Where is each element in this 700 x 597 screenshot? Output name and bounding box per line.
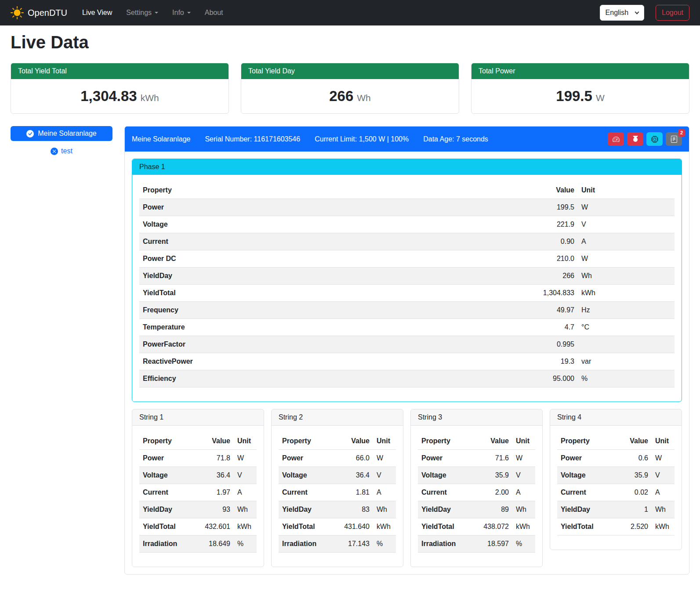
inverter-actions: 2 — [608, 132, 682, 146]
brand[interactable]: OpenDTU — [11, 6, 67, 19]
table-row: YieldDay83Wh — [279, 501, 396, 518]
column-header-property: Property — [279, 433, 340, 450]
summary-card-value: 1,304.83 — [80, 88, 137, 104]
table-row: Power0.6W — [557, 450, 675, 467]
summary-card-title: Total Power — [472, 63, 689, 79]
table-row: Voltage221.9V — [139, 216, 675, 233]
row-property: YieldDay — [557, 501, 618, 518]
table-row: Current0.90A — [139, 233, 675, 250]
limit-settings-button[interactable] — [608, 132, 624, 146]
device-info-button[interactable] — [646, 132, 663, 146]
summary-card-title: Total Yield Day — [241, 63, 459, 79]
row-property: YieldDay — [418, 501, 479, 518]
string-card: String 3 Property Value Unit Power71.6WV… — [410, 409, 543, 567]
column-header-unit: Unit — [578, 182, 675, 199]
string-card-title: String 2 — [272, 409, 403, 426]
language-select-value: English — [606, 9, 628, 17]
content-row: Meine Solaranlage test Meine Solaranlage… — [11, 126, 689, 575]
navbar: OpenDTU Live View Settings Info About En… — [0, 0, 700, 25]
row-unit: A — [234, 484, 257, 501]
table-row: Temperature4.7°C — [139, 319, 675, 336]
row-unit: V — [234, 467, 257, 484]
sidebar-item-test-inverter[interactable]: test — [11, 147, 112, 155]
sidebar-item-selected-inverter[interactable]: Meine Solaranlage — [11, 126, 112, 141]
string-card-title: String 3 — [411, 409, 542, 426]
string-table-body: Power71.6WVoltage35.9VCurrent2.00AYieldD… — [418, 450, 535, 553]
string-table: Property Value Unit Power66.0WVoltage36.… — [279, 433, 396, 553]
summary-card-total-power: Total Power 199.5W — [471, 63, 689, 114]
row-value: 199.5 — [514, 199, 578, 216]
row-value: 36.4 — [340, 467, 373, 484]
row-value: 49.97 — [514, 302, 578, 319]
table-row: YieldTotal431.640kWh — [279, 518, 396, 535]
row-unit: °C — [578, 319, 675, 336]
row-unit: W — [234, 450, 257, 467]
row-property: Voltage — [139, 467, 200, 484]
row-unit: kWh — [652, 518, 675, 535]
row-unit: kWh — [234, 518, 257, 535]
nav-item-label: Live View — [82, 9, 112, 17]
power-button[interactable] — [627, 132, 643, 146]
string-card-title: String 4 — [550, 409, 682, 426]
column-header-unit: Unit — [652, 433, 675, 450]
nav-item-settings[interactable]: Settings — [123, 5, 162, 20]
string-table-body: Power71.8WVoltage36.4VCurrent1.97AYieldD… — [139, 450, 257, 553]
string-table: Property Value Unit Power0.6WVoltage35.9… — [557, 433, 675, 535]
column-header-value: Value — [479, 433, 512, 450]
string-table-body: Power66.0WVoltage36.4VCurrent1.81AYieldD… — [279, 450, 396, 553]
caret-down-icon — [187, 12, 191, 14]
row-value: 66.0 — [340, 450, 373, 467]
phase-card: Phase 1 Property Value Unit Power199.5WV… — [132, 159, 682, 402]
row-property: Power — [557, 450, 618, 467]
row-value: 221.9 — [514, 216, 578, 233]
row-unit: kWh — [373, 518, 396, 535]
row-unit: V — [512, 467, 535, 484]
logout-button[interactable]: Logout — [656, 5, 689, 21]
row-property: YieldTotal — [557, 518, 618, 535]
column-header-property: Property — [139, 182, 514, 199]
row-property: Efficiency — [139, 370, 514, 387]
row-value: 36.4 — [200, 467, 234, 484]
row-value: 2.520 — [618, 518, 652, 535]
sidebar-item-label: Meine Solaranlage — [38, 130, 96, 137]
row-value: 1.97 — [200, 484, 234, 501]
table-row: Current1.81A — [279, 484, 396, 501]
row-unit: Wh — [578, 268, 675, 285]
page-container: Live Data Total Yield Total 1,304.83kWh … — [0, 33, 700, 585]
row-property: Irradiation — [279, 535, 340, 553]
row-value: 71.6 — [479, 450, 512, 467]
row-unit: Wh — [512, 501, 535, 518]
summary-card-body: 266Wh — [241, 79, 459, 113]
nav-item-info[interactable]: Info — [169, 5, 194, 20]
row-property: Power DC — [139, 250, 514, 268]
row-unit: A — [578, 233, 675, 250]
string-card-body: Property Value Unit Power71.8WVoltage36.… — [132, 426, 264, 567]
table-row: Irradiation17.143% — [279, 535, 396, 553]
row-property: Power — [139, 450, 200, 467]
nav-item-live-view[interactable]: Live View — [79, 5, 116, 20]
table-row: Power199.5W — [139, 199, 675, 216]
table-row: YieldDay89Wh — [418, 501, 535, 518]
column-header-value: Value — [514, 182, 578, 199]
row-unit: Wh — [652, 501, 675, 518]
row-unit: A — [512, 484, 535, 501]
row-value: 0.02 — [618, 484, 652, 501]
row-unit: % — [512, 535, 535, 553]
table-header-row: Property Value Unit — [279, 433, 396, 450]
language-select[interactable]: English — [600, 5, 644, 21]
row-property: Temperature — [139, 319, 514, 336]
event-log-button[interactable]: 2 — [666, 132, 682, 146]
string-table-body: Power0.6WVoltage35.9VCurrent0.02AYieldDa… — [557, 450, 675, 535]
row-unit: W — [652, 450, 675, 467]
table-header-row: Property Value Unit — [557, 433, 675, 450]
row-value: 438.072 — [479, 518, 512, 535]
row-value: 83 — [340, 501, 373, 518]
summary-card-total-yield-day: Total Yield Day 266Wh — [241, 63, 459, 114]
row-unit: V — [652, 467, 675, 484]
nav-item-about[interactable]: About — [201, 5, 227, 20]
row-unit: var — [578, 353, 675, 370]
row-property: YieldTotal — [418, 518, 479, 535]
check-circle-icon — [26, 130, 34, 137]
phase-card-title: Phase 1 — [132, 159, 682, 175]
column-header-property: Property — [139, 433, 200, 450]
